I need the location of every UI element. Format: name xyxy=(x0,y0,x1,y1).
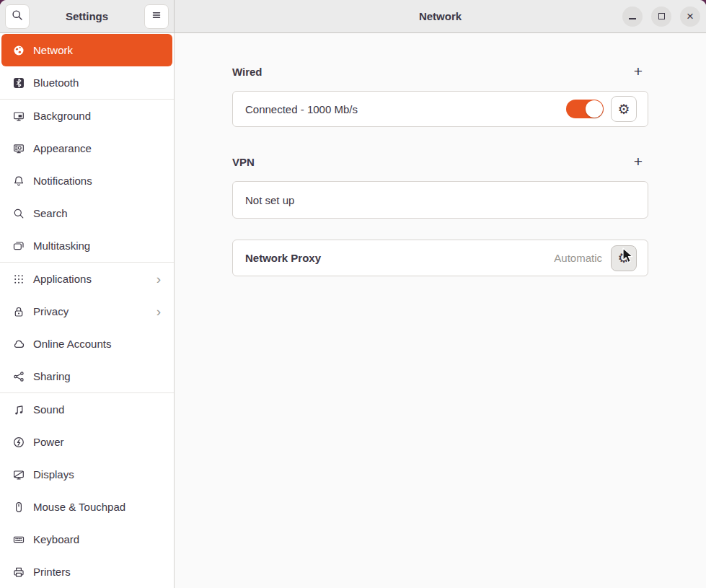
globe-icon xyxy=(13,45,25,56)
sidebar-item-power[interactable]: Power xyxy=(1,426,172,458)
sidebar-item-label: Appearance xyxy=(33,142,162,154)
sidebar-item-label: Bluetooth xyxy=(33,76,162,89)
wired-connection-row[interactable]: Connected - 1000 Mb/s ⚙ xyxy=(232,91,648,127)
printer-icon xyxy=(13,566,25,578)
network-proxy-row[interactable]: Network Proxy Automatic ⚙ xyxy=(232,240,648,276)
sidebar-item-keyboard[interactable]: Keyboard xyxy=(1,523,172,556)
proxy-settings-button[interactable]: ⚙ xyxy=(611,245,637,271)
sidebar-item-sound[interactable]: Sound xyxy=(1,393,172,426)
sidebar-item-label: Applications xyxy=(33,273,148,285)
gear-icon: ⚙ xyxy=(617,251,630,265)
sidebar-item-label: Keyboard xyxy=(33,533,162,545)
sidebar-item-bluetooth[interactable]: Bluetooth xyxy=(1,66,172,99)
keyboard-icon xyxy=(13,534,25,545)
search-icon xyxy=(12,9,23,24)
wired-toggle[interactable] xyxy=(566,100,604,118)
wired-section-header: Wired + xyxy=(232,63,648,80)
note-icon xyxy=(13,404,25,416)
minimize-button[interactable] xyxy=(622,6,643,27)
bluetooth-icon xyxy=(13,77,25,89)
sidebar-item-printers[interactable]: Printers xyxy=(1,556,172,588)
sidebar-item-label: Online Accounts xyxy=(33,338,162,350)
sidebar-item-mouse-touchpad[interactable]: Mouse & Touchpad xyxy=(1,491,172,523)
sidebar-item-notifications[interactable]: Notifications xyxy=(1,164,172,197)
sidebar-item-label: Printers xyxy=(33,566,162,578)
sidebar-item-privacy[interactable]: Privacy › xyxy=(1,295,172,328)
proxy-label: Network Proxy xyxy=(245,252,554,264)
appearance-icon xyxy=(13,143,25,154)
gear-icon: ⚙ xyxy=(617,102,630,116)
sidebar-item-label: Sound xyxy=(33,403,162,416)
display-icon xyxy=(13,469,25,481)
toggle-knob xyxy=(586,100,603,118)
main-headerbar: Network × xyxy=(175,0,706,33)
window-controls: × xyxy=(622,0,700,32)
hamburger-icon xyxy=(151,9,162,24)
windows-icon xyxy=(13,240,25,252)
sidebar-item-sharing[interactable]: Sharing xyxy=(1,360,172,392)
sidebar-item-online-accounts[interactable]: Online Accounts xyxy=(1,328,172,360)
sidebar-item-search[interactable]: Search xyxy=(1,197,172,229)
sidebar-item-label: Privacy xyxy=(33,305,148,317)
settings-window: Settings Network × Network xyxy=(0,0,706,588)
sidebar-item-label: Power xyxy=(33,436,162,448)
grid-icon xyxy=(13,273,25,285)
vpn-row[interactable]: Not set up xyxy=(232,181,648,219)
cloud-icon xyxy=(13,338,25,350)
wired-status-text: Connected - 1000 Mb/s xyxy=(245,103,566,115)
mouse-icon xyxy=(13,501,25,513)
vpn-section-label: VPN xyxy=(232,156,255,168)
sidebar-item-label: Displays xyxy=(33,468,162,481)
wired-section-label: Wired xyxy=(232,66,262,78)
sidebar: Network Bluetooth Background xyxy=(0,33,175,588)
minimize-icon xyxy=(629,18,636,19)
share-icon xyxy=(13,371,25,382)
sidebar-headerbar: Settings xyxy=(0,0,175,33)
sidebar-item-label: Notifications xyxy=(33,175,162,187)
sidebar-item-label: Sharing xyxy=(33,370,162,382)
sidebar-item-label: Background xyxy=(33,110,162,122)
close-icon: × xyxy=(687,10,694,22)
chevron-right-icon: › xyxy=(156,304,162,318)
maximize-icon xyxy=(658,13,665,19)
search-icon xyxy=(13,208,25,219)
sidebar-item-applications[interactable]: Applications › xyxy=(1,263,172,295)
background-icon xyxy=(13,110,25,122)
bell-icon xyxy=(13,175,25,187)
page-title: Network xyxy=(419,10,462,22)
sidebar-item-background[interactable]: Background xyxy=(1,100,172,132)
lock-icon xyxy=(13,306,25,317)
close-button[interactable]: × xyxy=(680,6,700,27)
sidebar-item-label: Network xyxy=(33,44,162,56)
sidebar-item-label: Multitasking xyxy=(33,240,162,252)
vpn-section-header: VPN + xyxy=(232,153,648,170)
sidebar-item-label: Mouse & Touchpad xyxy=(33,501,162,513)
search-button[interactable] xyxy=(5,4,30,29)
add-wired-button[interactable]: + xyxy=(628,63,648,80)
wired-settings-button[interactable]: ⚙ xyxy=(611,96,637,122)
menu-button[interactable] xyxy=(144,4,169,29)
proxy-value: Automatic xyxy=(554,252,602,264)
power-icon xyxy=(13,436,25,448)
sidebar-item-network[interactable]: Network xyxy=(1,34,172,66)
sidebar-item-label: Search xyxy=(33,207,162,219)
add-vpn-button[interactable]: + xyxy=(628,153,648,170)
sidebar-item-appearance[interactable]: Appearance xyxy=(1,132,172,164)
sidebar-item-multitasking[interactable]: Multitasking xyxy=(1,229,172,262)
chevron-right-icon: › xyxy=(156,272,162,286)
maximize-button[interactable] xyxy=(651,6,671,27)
network-panel: Wired + Connected - 1000 Mb/s ⚙ VPN + No… xyxy=(175,33,706,588)
vpn-status-text: Not set up xyxy=(245,194,637,206)
sidebar-item-displays[interactable]: Displays xyxy=(1,458,172,491)
